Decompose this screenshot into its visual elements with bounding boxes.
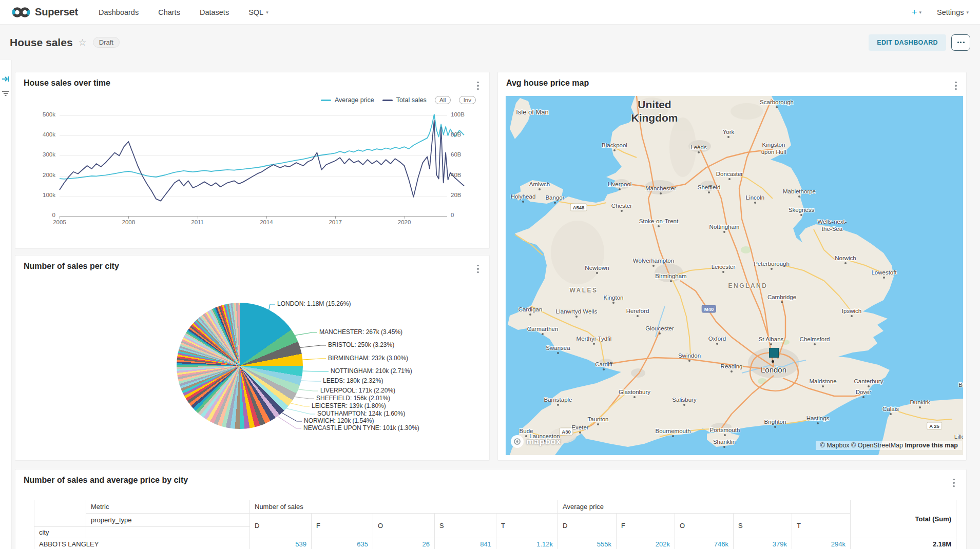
nav-item-datasets[interactable]: Datasets: [200, 8, 229, 16]
map-city-dot: [522, 201, 524, 203]
y-axis-tick-left: 500k: [20, 111, 55, 117]
pie-slice-label[interactable]: LONDON: 1.18M (15.26%): [277, 300, 351, 307]
y-axis-tick-right: 0: [451, 212, 454, 218]
pie-callout-line: [295, 397, 314, 399]
superset-logo[interactable]: Superset: [11, 6, 78, 19]
map-label: Llanwrtyd Wells: [556, 308, 597, 315]
improve-this-map-link[interactable]: Improve this map: [905, 442, 958, 449]
average-price-cell: 555k: [558, 538, 617, 549]
new-item-button[interactable]: + ▾: [911, 7, 921, 18]
legend-item-total-sales[interactable]: Total sales: [382, 96, 427, 104]
map-label: Shanklin: [713, 438, 736, 445]
chart-options-kebab-icon[interactable]: [949, 477, 959, 489]
map-city-dot: [798, 195, 800, 198]
chevron-down-icon: ▾: [966, 10, 969, 15]
chart-options-kebab-icon[interactable]: [473, 80, 483, 92]
average-price-cell: 746k: [675, 538, 734, 549]
pie-slice-label[interactable]: SHEFFIELD: 156k (2.01%): [316, 395, 390, 402]
map-label: Scarborough: [760, 99, 794, 106]
property-type-column-header: T: [496, 514, 558, 538]
pie-slice-label[interactable]: LEICESTER: 139k (1.80%): [312, 402, 386, 409]
map-label: Dunkirk: [910, 399, 930, 406]
edit-dashboard-button[interactable]: EDIT DASHBOARD: [869, 34, 946, 51]
map-attribution: © Mapbox © OpenStreetMap Improve this ma…: [816, 441, 962, 450]
pie-callout-line: [303, 371, 329, 371]
map-label: Leeds: [690, 144, 706, 151]
map-canvas[interactable]: United KingdomIsle of ManScarboroughYork…: [506, 96, 963, 455]
pie-slice-label[interactable]: NOTTINGHAM: 210k (2.71%): [331, 367, 412, 375]
map-label: Portsmouth: [710, 426, 740, 434]
pie-slice-label[interactable]: LIVERPOOL: 171k (2.20%): [320, 387, 395, 394]
map-city-dot: [542, 333, 544, 335]
total-cell: 2.18M: [851, 538, 956, 549]
property-type-column-header: D: [558, 514, 617, 538]
superset-dashboard-app: Superset Dashboards Charts Datasets SQL …: [0, 0, 980, 549]
nav-item-sql[interactable]: SQL ▾: [248, 8, 268, 16]
pie-callout-line: [301, 381, 321, 381]
favorite-star-icon[interactable]: ☆: [79, 37, 87, 48]
map-label: Peterborough: [754, 260, 790, 267]
map-label: Br: [958, 381, 963, 388]
map-label: Oxford: [708, 335, 726, 342]
number-of-sales-cell: 26: [373, 538, 435, 549]
mapbox-logo[interactable]: mapbox: [511, 435, 561, 448]
x-axis-tick-label: 2008: [122, 219, 136, 225]
expand-filter-bar-icon[interactable]: [2, 75, 10, 83]
map-label: Cardiff: [595, 361, 612, 368]
pie-slice-label[interactable]: BIRMINGHAM: 232k (3.00%): [328, 355, 408, 362]
legend-invert-button[interactable]: Inv: [459, 96, 476, 104]
map-label: Bangor: [545, 194, 564, 201]
group-header-average-price: Average price: [558, 500, 851, 514]
map-city-dot: [554, 202, 556, 204]
pie-callout-line: [295, 332, 317, 336]
plus-icon: +: [911, 7, 917, 18]
map-label: Glastonbury: [619, 388, 650, 396]
map-city-dot: [603, 368, 605, 370]
y-axis-tick-right: 60B: [451, 151, 461, 158]
map-label: Calais: [882, 405, 899, 413]
map-city-dot: [754, 202, 756, 204]
pie-slice-label[interactable]: LEEDS: 180k (2.32%): [323, 377, 383, 384]
pie-slice-label[interactable]: NORWICH: 120k (1.54%): [304, 417, 374, 424]
nav-item-charts[interactable]: Charts: [158, 8, 180, 16]
nav-item-dashboards[interactable]: Dashboards: [99, 8, 139, 16]
number-of-sales-cell: 841: [435, 538, 496, 549]
pie-slice-label[interactable]: BRISTOL: 250k (3.23%): [328, 341, 394, 348]
map-label: Blackpool: [602, 142, 627, 149]
map-city-dot: [724, 434, 726, 436]
settings-menu[interactable]: Settings ▾: [937, 8, 969, 16]
x-axis-tick-mark: [128, 216, 129, 219]
pie-slice-label[interactable]: MANCHESTER: 267k (3.45%): [319, 328, 402, 336]
map-city-dot: [731, 370, 733, 372]
dashboard-more-button[interactable]: [951, 34, 970, 51]
pie-callout-line: [298, 389, 318, 391]
chart-options-kebab-icon[interactable]: [473, 263, 483, 275]
brand-name: Superset: [35, 6, 78, 18]
map-label: St Albans: [759, 336, 784, 343]
pie-slice-label[interactable]: NEWCASTLE UPON TYNE: 101k (1.30%): [303, 424, 419, 432]
line-chart-plot[interactable]: [60, 115, 448, 216]
chart-options-kebab-icon[interactable]: [951, 80, 961, 92]
map-label: Chester: [611, 202, 632, 209]
legend-item-average-price[interactable]: Average price: [321, 96, 374, 104]
top-navbar: Superset Dashboards Charts Datasets SQL …: [0, 0, 980, 25]
city-header: city: [34, 527, 86, 538]
map-label: Exeter: [571, 424, 588, 431]
map-label: Dover: [856, 388, 872, 396]
filter-icon[interactable]: [2, 90, 9, 97]
mapbox-logo-icon: [511, 435, 524, 448]
map-label: United Kingdom: [631, 98, 678, 125]
pie-slice-label[interactable]: SOUTHAMPTON: 124k (1.60%): [317, 410, 405, 417]
legend-label: Total sales: [396, 96, 427, 104]
map-city-dot: [672, 435, 674, 437]
pie-chart[interactable]: [177, 303, 303, 429]
map-city-dot: [698, 151, 700, 153]
map-city-dot: [716, 343, 718, 345]
map-city-dot: [557, 352, 559, 354]
avg-price-map-marker[interactable]: [769, 348, 779, 358]
legend-select-all-button[interactable]: All: [435, 96, 451, 104]
superset-infinity-icon: [11, 6, 31, 19]
map-city-dot: [612, 302, 614, 304]
map-label: ENGLAND: [728, 282, 768, 290]
chart-title: Number of sales per city: [24, 262, 119, 271]
